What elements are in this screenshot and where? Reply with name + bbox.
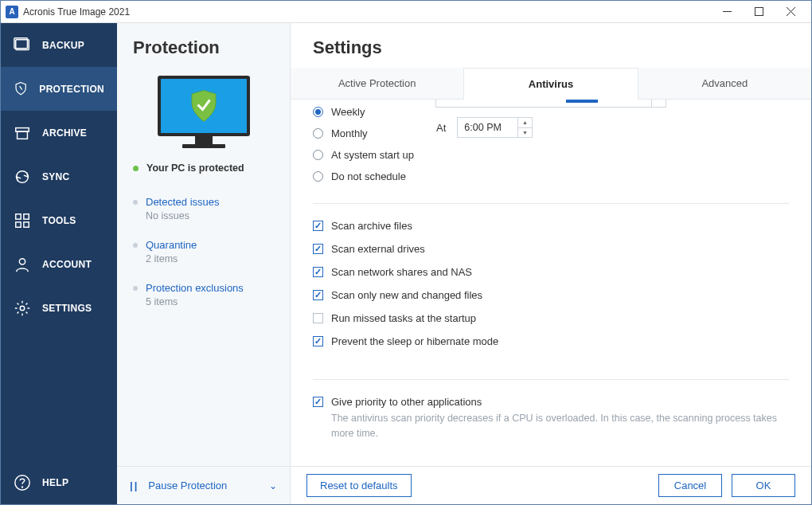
app-title: Acronis True Image 2021	[23, 6, 711, 18]
sidebar-item-tools[interactable]: TOOLS	[1, 198, 117, 242]
svg-point-12	[19, 258, 25, 264]
svg-rect-10	[16, 221, 21, 226]
pause-protection-button[interactable]: || Pause Protection	[130, 480, 227, 491]
schedule-monthly-radio[interactable]: Monthly	[313, 127, 414, 139]
backup-icon	[14, 37, 31, 54]
settings-title: Settings	[291, 23, 811, 63]
maximize-button[interactable]	[743, 1, 775, 23]
detected-issues-link[interactable]: Detected issues No issues	[117, 186, 290, 229]
divider	[313, 203, 789, 204]
minimize-button[interactable]	[711, 1, 743, 23]
svg-rect-9	[24, 213, 29, 218]
sidebar-item-archive[interactable]: ARCHIVE	[1, 111, 117, 155]
svg-point-13	[20, 306, 25, 311]
sidebar-item-help[interactable]: HELP	[1, 460, 117, 504]
sidebar-item-label: BACKUP	[42, 40, 84, 51]
protection-title: Protection	[117, 23, 290, 65]
sidebar-item-label: ACCOUNT	[42, 259, 92, 270]
svg-rect-1	[755, 8, 763, 16]
titlebar: A Acronis True Image 2021	[1, 1, 811, 23]
scan-archive-checkbox[interactable]: Scan archive files	[313, 220, 789, 232]
archive-icon	[14, 124, 31, 142]
sidebar-item-sync[interactable]: SYNC	[1, 155, 117, 198]
priority-checkbox[interactable]: Give priority to other applications	[313, 396, 789, 408]
scan-new-checkbox[interactable]: Scan only new and changed files	[313, 289, 789, 301]
svg-rect-8	[16, 213, 21, 218]
tab-antivirus[interactable]: Antivirus	[463, 68, 638, 100]
sidebar-item-label: SETTINGS	[42, 303, 92, 314]
detected-issues-sub: No issues	[146, 210, 274, 221]
tab-active-protection[interactable]: Active Protection	[291, 68, 463, 99]
chevron-down-icon[interactable]: ⌄	[269, 480, 277, 491]
tab-advanced[interactable]: Advanced	[638, 68, 811, 99]
scan-network-checkbox[interactable]: Scan network shares and NAS	[313, 266, 789, 278]
schedule-weekly-radio[interactable]: Weekly	[313, 106, 414, 118]
monitor-illustration	[117, 65, 290, 156]
prevent-sleep-checkbox[interactable]: Prevent the sleep or hibernate mode	[313, 335, 789, 347]
protection-exclusions-sub: 5 items	[146, 296, 274, 307]
settings-panel: Settings Active Protection Antivirus Adv…	[291, 23, 811, 504]
time-up-button[interactable]: ▲	[518, 118, 532, 128]
at-label: At	[436, 122, 446, 134]
gear-icon	[14, 299, 31, 317]
account-icon	[14, 256, 31, 273]
time-input[interactable]: 6:00 PM ▲ ▼	[457, 117, 533, 138]
app-icon: A	[6, 6, 18, 18]
cancel-button[interactable]: Cancel	[658, 474, 722, 497]
svg-point-15	[22, 487, 23, 487]
sidebar-item-label: HELP	[42, 477, 68, 488]
status-text: Your PC is protected	[146, 162, 244, 174]
protection-panel: Protection You	[117, 23, 291, 504]
sidebar-item-label: SYNC	[42, 171, 70, 182]
status-dot	[133, 166, 139, 171]
sidebar-item-settings[interactable]: SETTINGS	[1, 286, 117, 330]
sidebar-item-account[interactable]: ACCOUNT	[1, 242, 117, 286]
close-button[interactable]	[775, 1, 806, 23]
sidebar-item-label: PROTECTION	[39, 84, 104, 95]
sync-icon	[14, 168, 31, 186]
scan-external-checkbox[interactable]: Scan external drives	[313, 243, 789, 255]
sidebar: BACKUP PROTECTION ARCHIVE SYNC TOOLS	[1, 23, 117, 504]
tools-icon	[14, 212, 31, 229]
quarantine-link[interactable]: Quarantine 2 items	[117, 229, 290, 272]
reset-defaults-button[interactable]: Reset to defaults	[306, 474, 412, 497]
sidebar-item-protection[interactable]: PROTECTION	[1, 67, 117, 111]
shield-icon	[14, 80, 28, 98]
schedule-none-radio[interactable]: Do not schedule	[313, 170, 414, 182]
ok-button[interactable]: OK	[732, 474, 795, 497]
run-missed-checkbox[interactable]: Run missed tasks at the startup	[313, 312, 789, 324]
dropdown-fragment	[435, 100, 666, 108]
svg-rect-11	[24, 221, 29, 226]
shield-check-icon	[189, 89, 218, 123]
divider	[313, 379, 789, 380]
pause-icon: ||	[130, 480, 139, 491]
schedule-startup-radio[interactable]: At system start up	[313, 149, 414, 161]
protection-exclusions-link[interactable]: Protection exclusions 5 items	[117, 272, 290, 315]
sidebar-item-label: ARCHIVE	[42, 127, 87, 139]
help-icon	[14, 474, 31, 491]
time-down-button[interactable]: ▼	[518, 128, 532, 138]
priority-description: The antivirus scan priority decreases if…	[331, 411, 789, 441]
quarantine-sub: 2 items	[146, 253, 274, 264]
sidebar-item-label: TOOLS	[42, 215, 76, 226]
svg-rect-7	[18, 131, 28, 139]
sidebar-item-backup[interactable]: BACKUP	[1, 23, 117, 67]
